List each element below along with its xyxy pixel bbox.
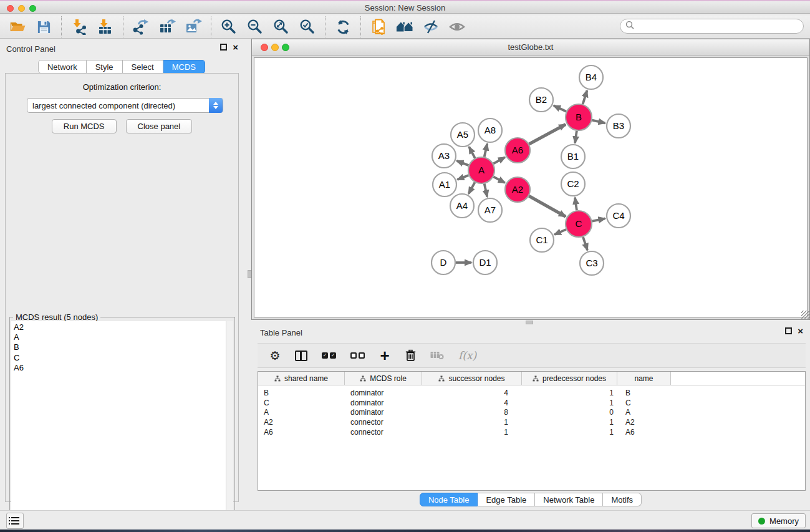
network-view-bottom-scrollbar[interactable] xyxy=(251,320,810,324)
graph-node-A1[interactable]: A1 xyxy=(433,173,456,196)
tab-mcds[interactable]: MCDS xyxy=(163,60,205,74)
search-input[interactable] xyxy=(620,19,804,34)
graph-node-B4[interactable]: B4 xyxy=(579,65,603,89)
run-mcds-button[interactable]: Run MCDS xyxy=(52,119,117,133)
zoom-out-icon[interactable] xyxy=(246,18,264,36)
graph-node-C4[interactable]: C4 xyxy=(607,204,630,228)
graph-node-A4[interactable]: A4 xyxy=(450,194,474,218)
graph-node-A7[interactable]: A7 xyxy=(478,198,502,222)
column-predecessor-nodes[interactable]: predecessor nodes xyxy=(522,372,617,385)
mcds-result-item[interactable]: C xyxy=(14,353,226,363)
tab-edge-table[interactable]: Edge Table xyxy=(478,493,535,506)
close-panel-button[interactable]: Close panel xyxy=(126,119,193,133)
float-table-panel-icon[interactable] xyxy=(785,327,792,334)
column-name[interactable]: name xyxy=(617,372,671,385)
add-column-icon[interactable]: + xyxy=(379,349,390,362)
desktop-background xyxy=(0,530,810,532)
graph-node-A3[interactable]: A3 xyxy=(432,144,456,168)
column-shared-name[interactable]: shared name xyxy=(258,372,345,385)
dropdown-stepper-icon[interactable] xyxy=(209,98,223,113)
cell-name: A2 xyxy=(617,418,671,427)
svg-text:A4: A4 xyxy=(456,200,468,211)
mcds-result-item[interactable]: A2 xyxy=(14,322,226,332)
zoom-fit-icon[interactable] xyxy=(272,18,290,36)
import-network-icon[interactable] xyxy=(70,18,88,36)
save-session-icon[interactable] xyxy=(35,18,52,36)
graph-node-A2[interactable]: A2 xyxy=(505,177,530,202)
cell-successors: 8 xyxy=(422,408,522,417)
graph-node-C[interactable]: C xyxy=(566,211,592,237)
task-history-button[interactable] xyxy=(6,513,24,529)
table-row[interactable]: Bdominator41B xyxy=(258,388,805,398)
tab-select[interactable]: Select xyxy=(123,60,163,74)
cell-role: dominator xyxy=(345,389,422,397)
deselect-all-icon[interactable] xyxy=(350,352,365,359)
delete-column-icon[interactable] xyxy=(405,349,416,362)
delete-table-icon[interactable] xyxy=(430,351,444,360)
result-scrollbar[interactable] xyxy=(226,321,233,531)
export-network-icon[interactable] xyxy=(132,18,150,36)
graph-node-B2[interactable]: B2 xyxy=(529,88,553,112)
table-body: Bdominator41BCdominator41CAdominator80AA… xyxy=(258,385,805,437)
close-table-panel-icon[interactable]: × xyxy=(798,327,803,334)
select-all-icon[interactable]: ✓✓ xyxy=(322,352,336,359)
network-window-title: testGlobe.txt xyxy=(252,42,809,52)
tab-network[interactable]: Network xyxy=(38,60,87,74)
criterion-dropdown[interactable]: largest connected component (directed) xyxy=(27,98,223,113)
graph-node-A[interactable]: A xyxy=(468,157,494,183)
svg-text:A6: A6 xyxy=(512,145,523,155)
tab-network-table[interactable]: Network Table xyxy=(535,493,603,506)
zoom-in-icon[interactable] xyxy=(220,18,238,36)
export-image-icon[interactable] xyxy=(185,18,202,36)
graph-node-C2[interactable]: C2 xyxy=(561,172,585,196)
memory-button[interactable]: Memory xyxy=(751,513,806,528)
table-tabs: Node Table Edge Table Network Table Moti… xyxy=(251,493,810,506)
tab-style[interactable]: Style xyxy=(87,60,123,74)
home-icon[interactable] xyxy=(396,18,413,36)
open-session-icon[interactable] xyxy=(9,18,26,36)
cell-role: connector xyxy=(345,418,422,427)
resize-grip-icon[interactable] xyxy=(801,311,809,319)
table-row[interactable]: A2connector11A2 xyxy=(258,417,805,427)
graph-node-A8[interactable]: A8 xyxy=(478,118,502,142)
mcds-result-item[interactable]: A6 xyxy=(14,363,226,373)
graph-node-C3[interactable]: C3 xyxy=(580,251,604,275)
graph-node-D[interactable]: D xyxy=(432,251,455,274)
cell-successors: 4 xyxy=(422,389,522,397)
gear-icon[interactable]: ⚙ xyxy=(269,350,281,361)
graph-node-A6[interactable]: A6 xyxy=(505,138,530,163)
close-panel-icon[interactable]: × xyxy=(233,44,238,51)
float-panel-icon[interactable] xyxy=(220,44,227,51)
network-canvas[interactable]: B4B2BB3A5A8A6A3AB1A1A2C2A4A7CC4C1C3DD1 xyxy=(254,57,808,317)
status-bar: Memory xyxy=(0,510,810,530)
memory-status-icon xyxy=(758,518,765,525)
column-mcds-role[interactable]: MCDS role xyxy=(345,372,422,385)
graph-nodes[interactable]: B4B2BB3A5A8A6A3AB1A1A2C2A4A7CC4C1C3DD1 xyxy=(432,65,630,275)
refresh-icon[interactable] xyxy=(334,18,352,36)
graph-node-A5[interactable]: A5 xyxy=(451,123,475,147)
network-view-left-scrollbar[interactable] xyxy=(243,39,251,510)
export-table-icon[interactable] xyxy=(158,18,176,36)
birdseye-view-icon[interactable] xyxy=(448,18,466,36)
network-window-titlebar[interactable]: testGlobe.txt xyxy=(252,39,809,56)
zoom-selected-icon[interactable] xyxy=(299,18,316,36)
table-row[interactable]: A6connector11A6 xyxy=(258,427,805,437)
clone-network-icon[interactable] xyxy=(370,18,387,36)
graph-node-D1[interactable]: D1 xyxy=(473,251,497,274)
split-column-icon[interactable] xyxy=(295,351,307,361)
main-toolbar xyxy=(0,16,810,39)
function-builder-icon[interactable]: f(x) xyxy=(458,349,476,362)
mcds-result-item[interactable]: A xyxy=(14,332,226,342)
tab-motifs[interactable]: Motifs xyxy=(603,493,642,506)
graph-node-B[interactable]: B xyxy=(566,104,592,130)
graph-node-B1[interactable]: B1 xyxy=(561,145,585,168)
import-table-icon[interactable] xyxy=(97,18,114,36)
mcds-result-item[interactable]: B xyxy=(14,342,226,352)
column-successor-nodes[interactable]: successor nodes xyxy=(422,372,522,385)
graph-node-C1[interactable]: C1 xyxy=(530,228,554,252)
table-row[interactable]: Cdominator41C xyxy=(258,398,805,408)
show-hide-details-icon[interactable] xyxy=(422,18,440,36)
table-row[interactable]: Adominator80A xyxy=(258,407,805,417)
tab-node-table[interactable]: Node Table xyxy=(420,493,478,506)
graph-node-B3[interactable]: B3 xyxy=(607,114,630,138)
